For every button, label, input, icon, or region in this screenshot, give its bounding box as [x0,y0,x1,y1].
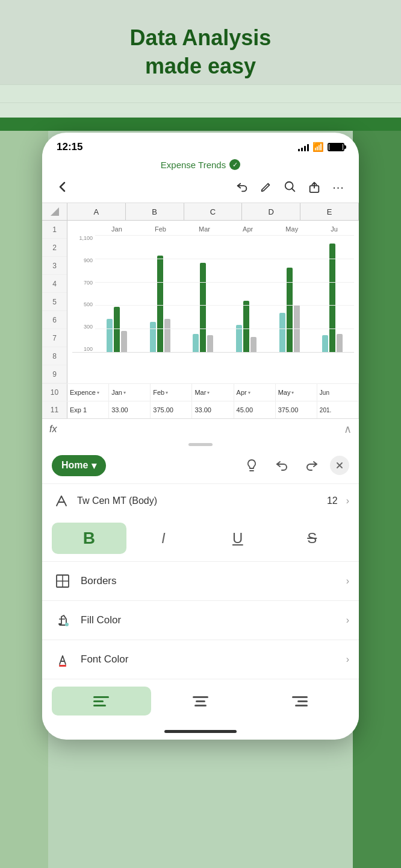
undo-button-2[interactable] [270,453,294,477]
col-header-a[interactable]: A [67,203,126,220]
home-indicator-bar [164,730,237,733]
signal-icon [298,143,309,151]
formula-input[interactable] [67,424,338,434]
home-label: Home [61,460,88,471]
back-button[interactable] [52,176,73,198]
row-num-header-corner [42,203,67,220]
align-center-icon [193,696,208,706]
bold-button[interactable]: B [52,523,126,554]
chart-container: Jan Feb Mar Apr May Ju 1,100 900 700 500 [67,221,359,383]
status-icons: 📶 [298,142,344,153]
format-buttons: B I U S [42,518,359,561]
y-axis-labels: 1,100 900 700 500 300 100 [72,235,95,352]
more-button[interactable]: ··· [328,176,349,198]
main-toolbar: ··· [42,172,359,203]
drag-handle[interactable] [188,443,213,446]
row-8[interactable]: 8 [42,347,67,365]
borders-label: Borders [81,575,346,587]
home-toolbar: Home ▾ [42,447,359,483]
fill-color-option[interactable]: Fill Color › [42,600,359,640]
row-num-10: 10 [42,384,67,401]
font-color-icon [52,649,73,670]
verified-icon: ✓ [229,159,240,170]
row-9[interactable]: 9 [42,365,67,383]
row-2[interactable]: 2 [42,239,67,257]
align-left-icon [93,696,109,706]
data-row-10[interactable]: 10 Expence ▾ Jan ▾ Feb ▾ Mar ▾ Apr ▾ [42,383,359,401]
col-header-e[interactable]: E [300,203,359,220]
cell-10-f[interactable]: May ▾ [276,384,317,401]
align-right-icon [292,696,308,706]
align-center-button[interactable] [151,687,250,715]
row-1[interactable]: 1 [42,221,67,239]
font-size-arrow-icon[interactable]: › [346,495,349,506]
svg-marker-3 [51,207,59,216]
fx-label: fx [49,424,61,435]
chart-body: 1,100 900 700 500 300 100 [72,235,354,353]
svg-rect-8 [59,665,66,667]
cell-11-b[interactable]: 33.00 [109,401,151,418]
cell-10-b[interactable]: Jan ▾ [109,384,151,401]
cell-10-a[interactable]: Expence ▾ [67,384,109,401]
data-row-11[interactable]: 11 Exp 1 33.00 375.00 33.00 45.00 375.00… [42,401,359,418]
svg-point-7 [65,623,69,626]
row-5[interactable]: 5 [42,293,67,311]
italic-button[interactable]: I [126,523,201,554]
row-7[interactable]: 7 [42,329,67,347]
cell-11-g[interactable]: 201. [317,401,359,418]
undo-button[interactable] [231,176,253,198]
row-3[interactable]: 3 [42,257,67,275]
strikethrough-button[interactable]: S [275,523,350,554]
chart-area: 1 2 3 4 5 6 7 8 9 Jan Feb Mar Apr May Ju [42,221,359,383]
grid-lines [95,235,354,352]
cell-10-g[interactable]: Jun [317,384,359,401]
toolbar-right: ··· [231,176,349,198]
row-num-11: 11 [42,401,67,418]
home-button[interactable]: Home ▾ [52,455,106,476]
cell-11-a[interactable]: Exp 1 [67,401,109,418]
cell-11-c[interactable]: 375.00 [151,401,192,418]
phone-mockup: 12:15 📶 Expense Trends ✓ [42,133,359,740]
fill-color-chevron-icon: › [346,615,349,626]
lightbulb-button[interactable] [240,453,264,477]
row-numbers: 1 2 3 4 5 6 7 8 9 [42,221,67,383]
background-bottom-left [0,131,48,868]
col-header-d[interactable]: D [242,203,300,220]
cell-10-e[interactable]: Apr ▾ [234,384,276,401]
header-line2: made easy [0,52,401,81]
share-button[interactable] [303,176,325,198]
font-name[interactable]: Tw Cen MT (Body) [77,495,321,506]
col-headers: A B C D E [42,203,359,221]
chart-month-labels: Jan Feb Mar Apr May Ju [72,225,354,233]
borders-option[interactable]: Borders › [42,561,359,600]
draw-button[interactable] [255,176,277,198]
redo-button[interactable] [300,453,324,477]
close-button[interactable] [330,456,349,475]
align-left-button[interactable] [52,687,151,715]
wifi-icon: 📶 [312,142,324,153]
cell-11-f[interactable]: 375.00 [276,401,317,418]
battery-icon [328,143,344,151]
row-4[interactable]: 4 [42,275,67,293]
formula-expand-icon[interactable]: ∧ [344,423,352,436]
cell-11-d[interactable]: 33.00 [192,401,234,418]
cell-10-d[interactable]: Mar ▾ [192,384,234,401]
cell-10-c[interactable]: Feb ▾ [151,384,192,401]
document-title-bar: Expense Trends ✓ [42,158,359,172]
borders-icon [52,570,73,592]
col-header-b[interactable]: B [126,203,184,220]
cell-11-e[interactable]: 45.00 [234,401,276,418]
align-right-button[interactable] [250,687,349,715]
search-button[interactable] [279,176,301,198]
row-6[interactable]: 6 [42,311,67,329]
svg-point-0 [261,190,263,192]
font-color-option[interactable]: Font Color › [42,640,359,679]
font-icon [52,491,71,511]
home-chevron-icon: ▾ [92,460,96,471]
font-section: Tw Cen MT (Body) 12 › [42,483,359,518]
col-header-c[interactable]: C [184,203,243,220]
font-size[interactable]: 12 [327,495,338,506]
font-color-label: Font Color [81,653,346,665]
underline-button[interactable]: U [200,523,275,554]
status-time: 12:15 [57,141,82,153]
